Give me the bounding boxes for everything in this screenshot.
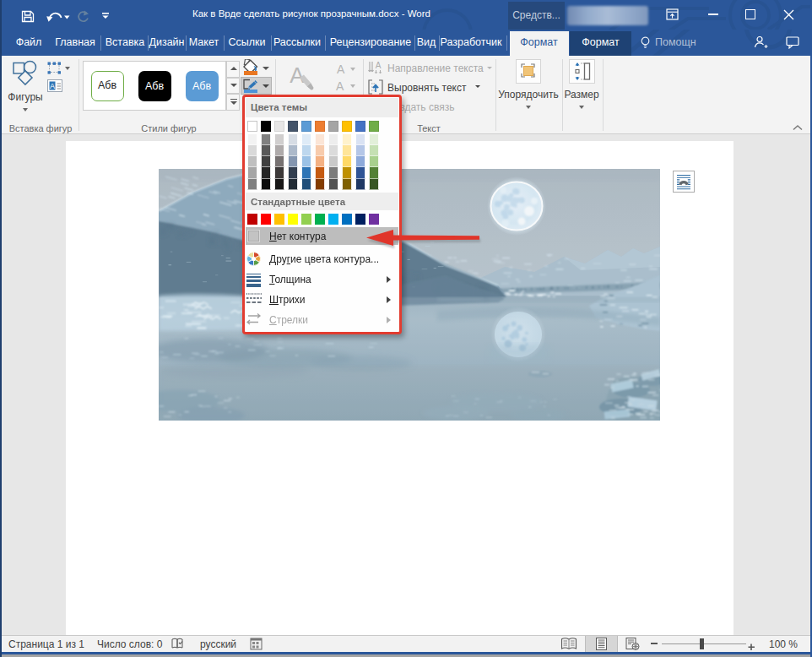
svg-text:A: A (376, 61, 382, 70)
svg-text:A: A (50, 82, 55, 90)
svg-text:А: А (290, 62, 305, 88)
